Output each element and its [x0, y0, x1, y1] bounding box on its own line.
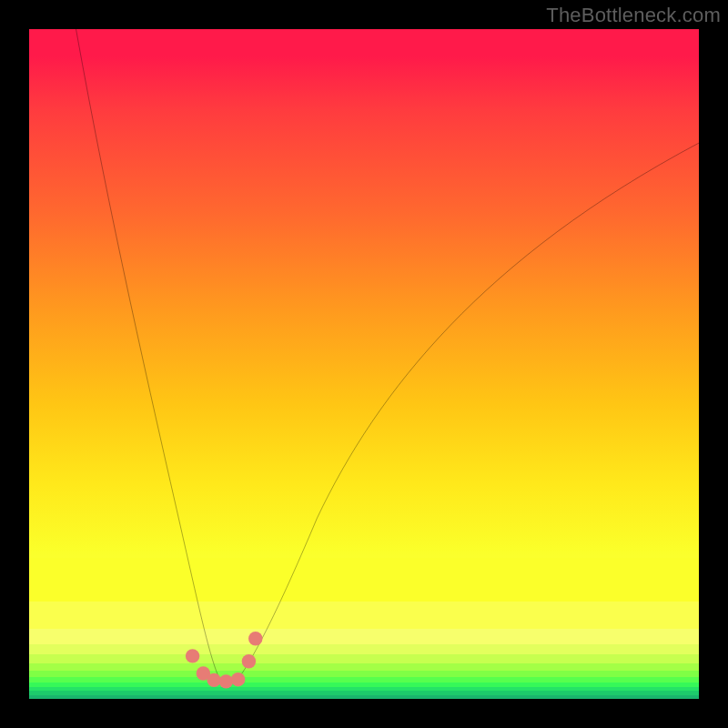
main-curve: [76, 29, 699, 682]
marker-group: [186, 632, 263, 689]
marker-dot: [231, 672, 245, 686]
chart-svg: [29, 29, 699, 699]
chart-frame: TheBottleneck.com: [0, 0, 728, 728]
marker-dot: [207, 673, 220, 687]
watermark-text: TheBottleneck.com: [546, 4, 721, 27]
marker-dot: [219, 674, 233, 688]
plot-area: [29, 29, 699, 699]
marker-dot: [248, 632, 262, 645]
marker-dot: [242, 654, 256, 668]
marker-dot: [186, 649, 199, 662]
